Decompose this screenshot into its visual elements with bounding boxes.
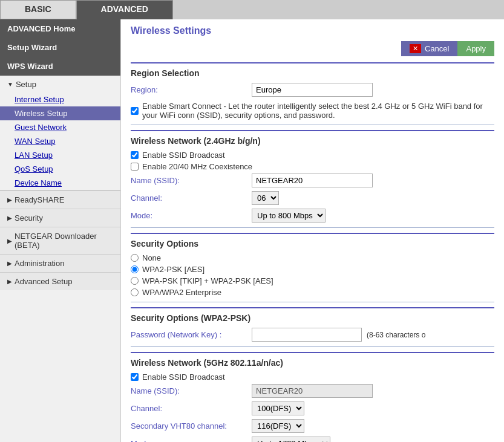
sidebar-advanced-setup-label: Advanced Setup xyxy=(15,277,72,286)
sidebar-readyshare-label: ReadySHARE xyxy=(15,195,64,204)
password-input[interactable] xyxy=(252,328,362,342)
sidebar-admin-label: Administration xyxy=(15,259,64,268)
region-section: Region Selection Region: xyxy=(131,62,494,97)
security-options-section: Security Options None WPA2-PSK [AES] WPA… xyxy=(131,233,494,297)
ssid-24-label: Name (SSID): xyxy=(131,176,252,185)
smart-connect-label: Enable Smart Connect - Let the router in… xyxy=(142,102,494,120)
setup-arrow-icon: ▼ xyxy=(7,81,13,88)
wireless-5g-title: Wireless Network (5GHz 802.11a/n/ac) xyxy=(131,358,494,368)
sidebar-item-wan-setup[interactable]: WAN Setup xyxy=(0,134,120,148)
sidebar-item-qos-setup[interactable]: QoS Setup xyxy=(0,162,120,176)
password-field-row: Password (Network Key) : (8-63 character… xyxy=(131,328,494,342)
ssid-24-input[interactable] xyxy=(252,174,373,187)
divider-2 xyxy=(131,227,494,228)
radio-wpa2-label: WPA2-PSK [AES] xyxy=(142,265,205,274)
readyshare-arrow-icon: ▶ xyxy=(7,197,12,203)
sidebar-item-device-name[interactable]: Device Name xyxy=(0,176,120,190)
cancel-button[interactable]: ✕ Cancel xyxy=(401,41,457,56)
coexistence-label: Enable 20/40 MHz Coexistence xyxy=(142,162,252,171)
mode-24-label: Mode: xyxy=(131,211,252,220)
sidebar-group-home: ADVANCED Home Setup Wizard WPS Wizard xyxy=(0,19,120,76)
sidebar-section-setup[interactable]: ▼ Setup xyxy=(0,76,120,93)
channel-5g-label: Channel: xyxy=(131,404,252,413)
radio-none-row: None xyxy=(131,253,494,262)
sidebar-group-advanced-setup[interactable]: ▶ Advanced Setup xyxy=(0,272,120,290)
ssid-broadcast-24-label: Enable SSID Broadcast xyxy=(142,151,225,160)
advanced-setup-arrow-icon: ▶ xyxy=(7,278,12,285)
wireless-5g-section: Wireless Network (5GHz 802.11a/n/ac) Ena… xyxy=(131,352,494,442)
smart-connect-checkbox[interactable] xyxy=(131,107,139,115)
wireless-24-title: Wireless Network (2.4GHz b/g/n) xyxy=(131,136,494,146)
secondary-vht80-select[interactable]: 116(DFS)108(DFS)124(DFS)132(DFS) xyxy=(252,419,304,433)
coexistence-row: Enable 20/40 MHz Coexistence xyxy=(131,162,494,171)
secondary-vht80-label: Secondary VHT80 channel: xyxy=(131,421,252,431)
sidebar-item-setup-wizard[interactable]: Setup Wizard xyxy=(0,38,120,57)
radio-none-label: None xyxy=(142,253,161,262)
ssid-24-field-row: Name (SSID): xyxy=(131,174,494,187)
password-label: Password (Network Key) : xyxy=(131,330,252,339)
sidebar-item-wps-wizard[interactable]: WPS Wizard xyxy=(0,57,120,76)
channel-24-select[interactable]: 0601020304050708091011 xyxy=(252,191,279,205)
sidebar-item-wireless-setup[interactable]: Wireless Setup xyxy=(0,106,120,120)
main-content: Wireless Settings ✕ Cancel Apply Region … xyxy=(121,19,504,442)
radio-enterprise[interactable] xyxy=(131,288,139,296)
sidebar-setup-label: Setup xyxy=(16,80,36,89)
radio-wpa2[interactable] xyxy=(131,265,139,273)
radio-wpa-row: WPA-PSK [TKIP] + WPA2-PSK [AES] xyxy=(131,276,494,285)
sidebar-item-advanced-home[interactable]: ADVANCED Home xyxy=(0,19,120,38)
apply-button[interactable]: Apply xyxy=(457,41,494,56)
tab-basic[interactable]: BASIC xyxy=(0,0,76,19)
tab-advanced[interactable]: ADVANCED xyxy=(76,0,173,19)
coexistence-checkbox[interactable] xyxy=(131,163,139,171)
ssid-5g-input xyxy=(252,384,373,398)
ssid-broadcast-24-row: Enable SSID Broadcast xyxy=(131,151,494,160)
sidebar-item-internet-setup[interactable]: Internet Setup xyxy=(0,93,120,106)
mode-24-field-row: Mode: Up to 800 MbpsUp to 54 MbpsUp to 1… xyxy=(131,209,494,223)
security-wpa2-section: Security Options (WPA2-PSK) Password (Ne… xyxy=(131,307,494,342)
sidebar-group-security[interactable]: ▶ Security xyxy=(0,209,120,227)
netgear-arrow-icon: ▶ xyxy=(7,238,12,244)
radio-none[interactable] xyxy=(131,254,139,262)
divider-3 xyxy=(131,302,494,302)
secondary-vht80-field-row: Secondary VHT80 channel: 116(DFS)108(DFS… xyxy=(131,419,494,433)
page-title: Wireless Settings xyxy=(131,25,494,36)
sidebar-group-administration[interactable]: ▶ Administration xyxy=(0,254,120,272)
sidebar-item-guest-network[interactable]: Guest Network xyxy=(0,120,120,134)
security-options-title: Security Options xyxy=(131,239,494,249)
radio-enterprise-label: WPA/WPA2 Enterprise xyxy=(142,288,221,297)
mode-5g-label: Mode: xyxy=(131,439,252,442)
cancel-label: Cancel xyxy=(425,44,449,53)
top-tabs: BASIC ADVANCED xyxy=(0,0,504,19)
smart-connect-checkbox-row: Enable Smart Connect - Let the router in… xyxy=(131,102,494,120)
mode-24-select[interactable]: Up to 800 MbpsUp to 54 MbpsUp to 130 Mbp… xyxy=(252,209,326,223)
sidebar-group-setup: ▼ Setup Internet Setup Wireless Setup Gu… xyxy=(0,76,120,190)
password-hint: (8-63 characters o xyxy=(367,331,425,339)
security-wpa2-title: Security Options (WPA2-PSK) xyxy=(131,313,494,323)
ssid-broadcast-5g-row: Enable SSID Broadcast xyxy=(131,372,494,382)
smart-connect-row: Enable Smart Connect - Let the router in… xyxy=(131,102,494,120)
mode-5g-select[interactable]: Up to 1733 MbpsUp to 450 MbpsUp to 1300 … xyxy=(252,437,330,442)
region-label: Region: xyxy=(131,85,252,94)
wireless-24-section: Wireless Network (2.4GHz b/g/n) Enable S… xyxy=(131,130,494,223)
region-section-title: Region Selection xyxy=(131,68,494,78)
mode-5g-field-row: Mode: Up to 1733 MbpsUp to 450 MbpsUp to… xyxy=(131,437,494,442)
region-input[interactable] xyxy=(252,83,373,97)
sidebar: ADVANCED Home Setup Wizard WPS Wizard ▼ … xyxy=(0,19,121,442)
x-icon: ✕ xyxy=(410,44,421,53)
admin-arrow-icon: ▶ xyxy=(7,260,12,267)
channel-5g-select[interactable]: 100(DFS)108(DFS)116(DFS)124(DFS)132(DFS)… xyxy=(252,401,304,415)
sidebar-item-lan-setup[interactable]: LAN Setup xyxy=(0,148,120,162)
sidebar-group-netgear[interactable]: ▶ NETGEAR Downloader (BETA) xyxy=(0,227,120,254)
sidebar-security-label: Security xyxy=(15,213,43,223)
radio-wpa[interactable] xyxy=(131,277,139,285)
ssid-5g-field-row: Name (SSID): xyxy=(131,384,494,398)
region-field-row: Region: xyxy=(131,83,494,97)
sidebar-group-readyshare[interactable]: ▶ ReadySHARE xyxy=(0,190,120,209)
ssid-5g-label: Name (SSID): xyxy=(131,386,252,395)
channel-5g-field-row: Channel: 100(DFS)108(DFS)116(DFS)124(DFS… xyxy=(131,401,494,415)
ssid-broadcast-5g-checkbox[interactable] xyxy=(131,373,139,381)
radio-wpa2-row: WPA2-PSK [AES] xyxy=(131,265,494,274)
divider-1 xyxy=(131,125,494,125)
ssid-broadcast-24-checkbox[interactable] xyxy=(131,151,139,159)
ssid-broadcast-5g-label: Enable SSID Broadcast xyxy=(142,372,225,382)
